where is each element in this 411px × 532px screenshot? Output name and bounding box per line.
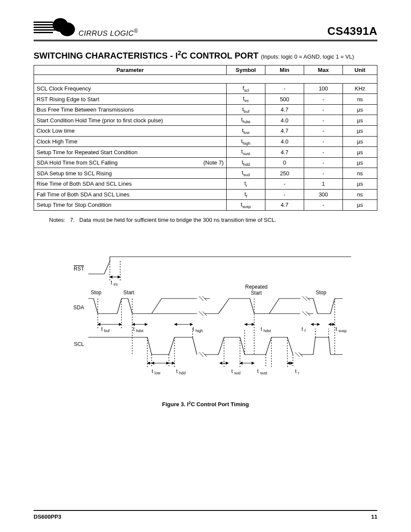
part-number: CS4391A [327, 25, 377, 38]
svg-line-15 [302, 296, 307, 301]
symbol-cell: tr [227, 179, 265, 190]
unit-cell: ns [343, 189, 377, 200]
unit-cell: µs [343, 200, 377, 211]
logo-icon [34, 17, 77, 38]
max-cell: - [304, 126, 343, 137]
symbol-cell: tsusp [227, 200, 265, 211]
unit-cell: µs [343, 115, 377, 126]
max-cell: 100 [304, 83, 343, 94]
svg-text:t r: t r [295, 368, 299, 375]
table-row: Start Condition Hold Time (prior to firs… [34, 115, 377, 126]
param-cell: Setup Time for Repeated Start Condition [34, 147, 227, 158]
table-row: SCL Clock Frequencyfscl-100KHz [34, 83, 377, 94]
page-footer: DS600PP3 11 [34, 510, 377, 520]
table-row: SDA Setup time to SCL Risingtsud250-ns [34, 168, 377, 179]
lbl-stop: Stop [91, 289, 102, 296]
figure-caption: Figure 3. I2C Control Port Timing [34, 401, 377, 408]
svg-text:t sud: t sud [231, 368, 240, 375]
svg-text:t high: t high [193, 326, 203, 333]
spacer-row [34, 75, 377, 83]
max-cell: 1 [304, 179, 343, 190]
min-cell: 4.7 [265, 104, 304, 115]
section-title-post: C CONTROL PORT [181, 51, 258, 60]
unit-cell: µs [343, 104, 377, 115]
sig-scl-label: SCL [74, 341, 84, 347]
unit-cell: ns [343, 168, 377, 179]
unit-cell: KHz [343, 83, 377, 94]
table-row: Bus Free Time Between Transmissionstbuf4… [34, 104, 377, 115]
param-cell: SDA Hold Time from SCL Falling(Note 7) [34, 157, 227, 168]
table-row: RST Rising Edge to Starttirs500-ns [34, 94, 377, 105]
param-cell: Fall Time of Both SDA and SCL Lines [34, 189, 227, 200]
symbol-cell: thdd [227, 157, 265, 168]
lbl-rep2: Start [251, 290, 262, 296]
min-cell: 4.0 [265, 136, 304, 147]
param-cell: SCL Clock Frequency [34, 83, 227, 94]
min-cell: 4.0 [265, 115, 304, 126]
unit-cell: µs [343, 126, 377, 137]
max-cell: - [304, 147, 343, 158]
max-cell: - [304, 136, 343, 147]
th-unit: Unit [343, 65, 377, 75]
svg-text:t buf: t buf [101, 326, 110, 333]
param-cell: Bus Free Time Between Transmissions [34, 104, 227, 115]
brand-logo: CIRRUS LOGIC® [34, 17, 138, 38]
svg-line-17 [302, 311, 307, 316]
timing-diagram: RST t irs Stop Start Repeated Start Stop… [34, 253, 377, 408]
page-number: 11 [371, 513, 377, 520]
param-cell: SDA Setup time to SCL Rising [34, 168, 227, 179]
table-row: Setup Time for Repeated Start Conditiont… [34, 147, 377, 158]
params-table: Parameter Symbol Min Max Unit SCL Clock … [34, 65, 377, 211]
notes-label: Notes: [49, 217, 65, 223]
unit-cell: µs [343, 179, 377, 190]
min-cell: 4.7 [265, 147, 304, 158]
min-cell: - [265, 179, 304, 190]
svg-text:t susp: t susp [336, 326, 347, 333]
unit-cell: µs [343, 147, 377, 158]
svg-line-26 [199, 352, 203, 357]
max-cell: - [304, 115, 343, 126]
symbol-cell: fscl [227, 83, 265, 94]
sig-sda-label: SDA [73, 305, 84, 311]
min-cell: - [265, 189, 304, 200]
min-cell: - [265, 83, 304, 94]
symbol-cell: tlow [227, 126, 265, 137]
max-cell: - [304, 94, 343, 105]
th-parameter: Parameter [34, 65, 227, 75]
symbol-cell: tsud [227, 168, 265, 179]
symbol-cell: tbuf [227, 104, 265, 115]
svg-rect-4 [34, 32, 53, 33]
min-cell: 250 [265, 168, 304, 179]
param-cell: Setup Time for Stop Condition [34, 200, 227, 211]
svg-text:t low: t low [152, 368, 161, 375]
svg-point-6 [59, 22, 75, 36]
min-cell: 4.7 [265, 126, 304, 137]
unit-cell: µs [343, 136, 377, 147]
svg-text:t hdst: t hdst [261, 326, 271, 333]
svg-line-28 [295, 352, 299, 357]
table-row: Setup Time for Stop Conditiontsusp4.7-µs [34, 200, 377, 211]
svg-rect-0 [34, 22, 53, 23]
symbol-cell: thigh [227, 136, 265, 147]
max-cell: 300 [304, 189, 343, 200]
min-cell: 0 [265, 157, 304, 168]
max-cell: - [304, 200, 343, 211]
table-row: SDA Hold Time from SCL Falling(Note 7)th… [34, 157, 377, 168]
lbl-rep: Repeated [245, 284, 268, 290]
doc-id: DS600PP3 [34, 513, 61, 520]
th-max: Max [304, 65, 343, 75]
section-title-pre: SWITCHING CHARACTERISTICS - I [34, 51, 177, 60]
table-row: Clock High Timethigh4.0-µs [34, 136, 377, 147]
notes-text: Data must be held for sufficient time to… [79, 217, 276, 223]
th-symbol: Symbol [227, 65, 265, 75]
lbl-start: Start [123, 289, 134, 296]
param-cell: Clock High Time [34, 136, 227, 147]
unit-cell: ns [343, 94, 377, 105]
param-cell: RST Rising Edge to Start [34, 94, 227, 105]
symbol-cell: thdst [227, 115, 265, 126]
timing-svg: RST t irs Stop Start Repeated Start Stop… [55, 253, 356, 387]
max-cell: - [304, 157, 343, 168]
symbol-cell: tirs [227, 94, 265, 105]
param-cell: Rise Time of Both SDA and SCL Lines [34, 179, 227, 190]
page-header: CIRRUS LOGIC® CS4391A [34, 17, 377, 41]
